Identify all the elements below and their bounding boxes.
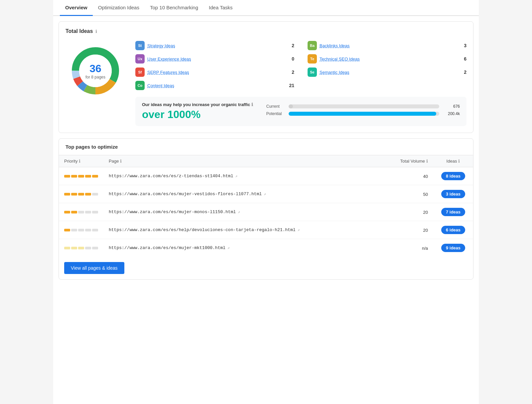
- total-ideas-title: Total Ideas: [66, 28, 93, 34]
- traffic-headline: Our ideas may help you increase your org…: [142, 102, 253, 107]
- idea-badge-semantic: Se: [308, 67, 317, 77]
- current-bar-fill: [289, 104, 293, 108]
- external-link-icon[interactable]: ↗: [264, 192, 266, 196]
- pages-table: Priority ℹ Page ℹ Total Volume ℹ: [59, 155, 473, 257]
- idea-label-technical[interactable]: Technical SEO Ideas: [320, 57, 457, 62]
- idea-label-semantic[interactable]: Semantic Ideas: [320, 70, 457, 75]
- total-ideas-card: Total Ideas ℹ: [59, 21, 473, 133]
- page-info-icon[interactable]: ℹ: [120, 159, 122, 164]
- idea-count-strategy: 2: [288, 43, 294, 48]
- nav-tab-idea-tasks[interactable]: Idea Tasks: [203, 0, 238, 16]
- table-row: https://www.zara.com/es/es/help/devoluci…: [59, 221, 473, 239]
- top-pages-card: Top pages to optimize Priority ℹ Page ℹ: [59, 138, 473, 280]
- traffic-bars: Current 676 Potential 200.4k: [266, 104, 460, 119]
- idea-badge-technical: Te: [308, 54, 317, 64]
- idea-count-ux: 0: [288, 56, 294, 62]
- traffic-section: Our ideas may help you increase your org…: [135, 97, 466, 126]
- idea-count-serp: 2: [288, 69, 294, 75]
- idea-count-content: 21: [288, 83, 294, 88]
- table-row: https://www.zara.com/es/es/mujer-monos-l…: [59, 203, 473, 221]
- current-label: Current: [266, 104, 285, 109]
- donut-chart: 36 for 8 pages: [66, 41, 125, 101]
- col-header-volume: Total Volume ℹ: [387, 155, 433, 167]
- idea-badge-backlinks: Ba: [308, 41, 317, 50]
- idea-label-serp[interactable]: SERP Features Ideas: [147, 70, 285, 75]
- nav-tab-optimization-ideas[interactable]: Optimization Ideas: [93, 0, 145, 16]
- external-link-icon[interactable]: ↗: [227, 246, 230, 250]
- table-row: https://www.zara.com/es/es/mujer-vestido…: [59, 185, 473, 203]
- idea-count-technical: 6: [460, 56, 466, 62]
- external-link-icon[interactable]: ↗: [238, 210, 240, 214]
- idea-count-backlinks: 3: [460, 43, 466, 48]
- idea-badge-content: Co: [135, 81, 145, 90]
- total-ideas-info-icon[interactable]: ℹ: [95, 29, 97, 34]
- col-header-page: Page ℹ: [103, 155, 387, 167]
- priority-info-icon[interactable]: ℹ: [79, 159, 80, 164]
- page-cell-2: https://www.zara.com/es/es/mujer-monos-l…: [103, 203, 387, 221]
- page-cell-1: https://www.zara.com/es/es/mujer-vestido…: [103, 185, 387, 203]
- idea-badge-ux: Ux: [135, 54, 145, 64]
- idea-label-backlinks[interactable]: Backlinks Ideas: [320, 43, 457, 48]
- view-all-button[interactable]: View all pages & ideas: [64, 262, 124, 274]
- idea-badge-strategy: St: [135, 41, 145, 50]
- priority-cell-0: [59, 167, 103, 185]
- ideas-cell-2: 7 ideas: [433, 203, 473, 221]
- col-header-priority: Priority ℹ: [59, 155, 103, 167]
- traffic-info-icon[interactable]: ℹ: [251, 102, 253, 107]
- ideas-badge-2[interactable]: 7 ideas: [441, 208, 465, 216]
- ideas-badge-1[interactable]: 3 ideas: [441, 190, 465, 198]
- potential-bar-fill: [289, 112, 436, 116]
- page-cell-0: https://www.zara.com/es/es/z-tiendas-st1…: [103, 167, 387, 185]
- idea-label-ux[interactable]: User Experience Ideas: [147, 57, 285, 62]
- total-count: 36: [85, 63, 105, 75]
- idea-item-content: Co Content Ideas 21: [135, 81, 294, 90]
- ideas-cell-3: 6 ideas: [433, 221, 473, 239]
- col-header-ideas: Ideas ℹ: [433, 155, 473, 167]
- traffic-percent: over 1000%: [142, 108, 253, 121]
- ideas-cell-1: 3 ideas: [433, 185, 473, 203]
- table-row: https://www.zara.com/es/es/mujer-mkt1000…: [59, 239, 473, 257]
- potential-value: 200.4k: [443, 111, 460, 116]
- priority-cell-4: [59, 239, 103, 257]
- volume-cell-3: 20: [387, 221, 433, 239]
- potential-label: Potential: [266, 111, 285, 116]
- current-value: 676: [443, 104, 460, 109]
- external-link-icon[interactable]: ↗: [235, 174, 237, 178]
- ideas-badge-4[interactable]: 9 ideas: [441, 244, 465, 252]
- potential-bar-track: [289, 112, 439, 116]
- ideas-badge-0[interactable]: 8 ideas: [441, 172, 465, 180]
- external-link-icon[interactable]: ↗: [298, 228, 300, 232]
- top-pages-title: Top pages to optimize: [59, 139, 473, 155]
- priority-cell-1: [59, 185, 103, 203]
- idea-badge-serp: Sf: [135, 67, 145, 77]
- ideas-cell-0: 8 ideas: [433, 167, 473, 185]
- table-row: https://www.zara.com/es/es/z-tiendas-st1…: [59, 167, 473, 185]
- volume-cell-4: n/a: [387, 239, 433, 257]
- priority-cell-3: [59, 221, 103, 239]
- volume-cell-1: 50: [387, 185, 433, 203]
- nav-tab-overview[interactable]: Overview: [60, 0, 93, 16]
- idea-item-backlinks: Ba Backlinks Ideas 3: [308, 41, 466, 50]
- priority-cell-2: [59, 203, 103, 221]
- nav-tabs: OverviewOptimization IdeasTop 10 Benchma…: [53, 0, 479, 16]
- page-cell-4: https://www.zara.com/es/es/mujer-mkt1000…: [103, 239, 387, 257]
- nav-tab-top10-benchmarking[interactable]: Top 10 Benchmarking: [145, 0, 203, 16]
- page-cell-3: https://www.zara.com/es/es/help/devoluci…: [103, 221, 387, 239]
- volume-info-icon[interactable]: ℹ: [426, 159, 428, 164]
- idea-item-serp: Sf SERP Features Ideas 2: [135, 67, 294, 77]
- ideas-badge-3[interactable]: 6 ideas: [441, 226, 465, 234]
- current-bar-track: [289, 104, 439, 108]
- volume-cell-0: 40: [387, 167, 433, 185]
- idea-item-ux: Ux User Experience Ideas 0: [135, 54, 294, 64]
- volume-cell-2: 20: [387, 203, 433, 221]
- idea-label-strategy[interactable]: Strategy Ideas: [147, 43, 285, 48]
- ideas-info-icon[interactable]: ℹ: [458, 159, 460, 164]
- idea-count-semantic: 2: [460, 69, 466, 75]
- idea-label-content[interactable]: Content Ideas: [147, 83, 285, 88]
- idea-item-semantic: Se Semantic Ideas 2: [308, 67, 466, 77]
- ideas-cell-4: 9 ideas: [433, 239, 473, 257]
- idea-item-strategy: St Strategy Ideas 2: [135, 41, 294, 50]
- idea-item-technical: Te Technical SEO Ideas 6: [308, 54, 466, 64]
- total-subtitle: for 8 pages: [85, 75, 105, 79]
